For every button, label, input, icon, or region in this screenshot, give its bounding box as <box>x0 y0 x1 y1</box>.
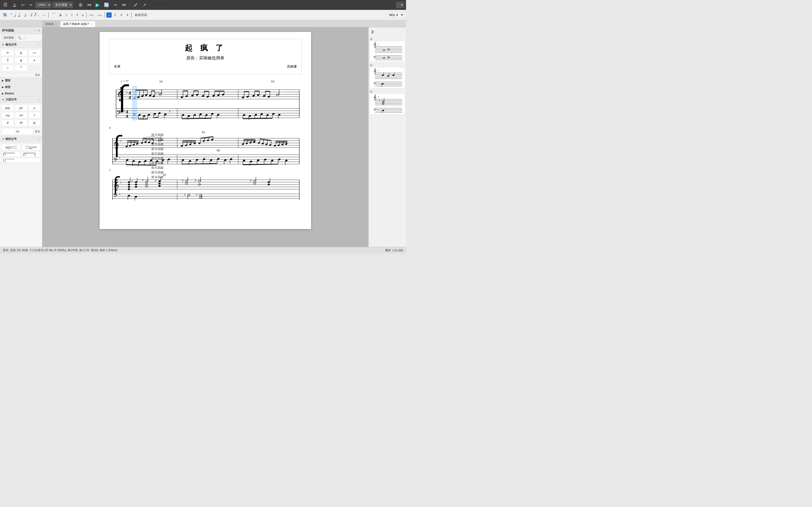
half-note-button[interactable]: 𝅗𝅥 <box>13 11 15 19</box>
mini-score-19[interactable]: 𝄞 ♭ 𝄢 ♭ <box>369 67 405 88</box>
articulation-more[interactable]: ··· <box>38 44 40 46</box>
32nd-note-button[interactable]: 𝅘𝅥𝅰 <box>33 11 36 18</box>
natural-button[interactable]: ♮ <box>70 12 74 18</box>
articulation-more-btn[interactable]: 更多 <box>35 73 40 77</box>
marcato-soft-symbol[interactable]: ∧ <box>28 57 41 64</box>
voice-2-button[interactable]: 2 <box>112 12 118 17</box>
svg-point-93 <box>267 96 270 98</box>
unstress-symbol[interactable]: ° <box>15 64 27 71</box>
svg-point-333 <box>185 182 188 184</box>
tab-close-unnamed[interactable]: × <box>55 23 57 25</box>
dynamics-section-header[interactable]: ▼ 力度记号 ··· <box>0 97 42 103</box>
crescendo-line[interactable]: cresc.... <box>1 144 21 151</box>
edit-mode-button[interactable] <box>132 2 139 8</box>
sixteenth-note-button[interactable]: 𝅘𝅥𝅯 <box>29 11 32 18</box>
svg-text:2.: 2. <box>25 153 27 156</box>
tab-unnamed[interactable]: 未命名 × <box>42 21 60 27</box>
upload-button[interactable] <box>11 2 18 8</box>
view-mode-select[interactable]: 多页视图 <box>53 2 73 8</box>
mdl-select[interactable]: MDL ▾ <box>386 12 404 17</box>
lines-more[interactable]: ··· <box>38 138 40 140</box>
zoom-select[interactable]: 100% <box>35 2 51 8</box>
tenuto-accent-symbol[interactable]: ≥ <box>15 50 27 56</box>
voice-3-button[interactable]: 3 <box>119 12 124 17</box>
loop-button[interactable]: 🔄 <box>102 1 110 8</box>
voice-4-button[interactable]: 4 <box>125 12 130 17</box>
tremolo-section-header[interactable]: ▶ 震音 <box>0 77 42 84</box>
lines-section-header[interactable]: ▼ 线性记号 ··· <box>0 136 42 143</box>
tab-close-score[interactable]: × <box>91 23 92 25</box>
layout-mode-select[interactable]: MDL <box>396 2 404 8</box>
double-sharp-button[interactable]: 𝄪 <box>81 12 85 18</box>
pitch-standard-label: 标准音高 <box>154 3 166 7</box>
redo-button[interactable]: ↪ <box>28 1 34 8</box>
sharp-button[interactable]: ♯ <box>75 12 80 18</box>
mini-score-22[interactable]: 𝄞 ♯ ♯ 𝄢 ♭ <box>369 94 405 115</box>
volta-1[interactable]: 1. <box>1 151 21 157</box>
dot-button[interactable]: · <box>37 11 41 18</box>
dynamics-more[interactable]: ··· <box>38 98 40 101</box>
mf-dynamic[interactable]: mf <box>15 112 27 119</box>
accent-symbol[interactable]: > <box>1 50 14 56</box>
svg-point-102 <box>143 115 145 117</box>
stress-symbol[interactable]: ⌣ <box>1 64 14 71</box>
svg-point-308 <box>128 183 130 185</box>
quarter-note-button[interactable]: ♩ <box>16 11 21 19</box>
beams-arrow: ▶ <box>2 92 4 95</box>
double-dot-button[interactable]: ·· <box>42 11 47 18</box>
search-icon[interactable]: 🔍 <box>17 36 22 40</box>
ff-dynamic[interactable]: ff <box>1 119 14 126</box>
music-system-1[interactable]: ♩ = 77 full full <box>109 78 302 125</box>
tie-slur-button[interactable]: ⌒ <box>50 11 57 19</box>
panel-close-button[interactable]: × <box>37 28 40 33</box>
music-system-2[interactable]: full <box>109 130 302 168</box>
tenuto-symbol[interactable]: — <box>28 50 41 56</box>
mini-score-16[interactable]: 𝄞 ♭ 𝄢 ♭ <box>369 41 405 62</box>
sfz-dynamic[interactable]: sfz <box>2 128 33 135</box>
more-options-icon[interactable]: ··· <box>23 36 27 40</box>
skip-button[interactable]: ⏭ <box>121 1 128 8</box>
svg-point-189 <box>162 139 163 140</box>
decrescendo-line[interactable]: dim.... <box>21 144 41 151</box>
whole-rest-button[interactable]: 𝄻 <box>9 11 12 18</box>
double-flat-button[interactable]: 𝄫 <box>58 12 63 18</box>
flat-button[interactable]: ♭ <box>64 12 69 18</box>
beams-section-header[interactable]: ▶ Beams <box>0 91 42 97</box>
dynamics-more-btn[interactable]: 更多 <box>35 130 40 133</box>
undo-button[interactable]: ↩ <box>20 1 26 8</box>
tab-score[interactable]: 起风了的副本-起疯了 × <box>60 21 95 27</box>
svg-point-281 <box>271 159 273 162</box>
panel-minimize-button[interactable]: − <box>34 28 37 33</box>
note-style-button[interactable]: N <box>2 11 8 18</box>
mini-panel-title: 2 <box>369 29 405 36</box>
score-area[interactable]: 起 疯 了 原告：买辣椒也用券 米果 高橋優 ♩ = 77 full full <box>42 27 368 247</box>
grace-left-button[interactable]: 𝆒 <box>88 12 95 18</box>
fp-dynamic[interactable]: fp <box>28 119 41 126</box>
circle-button[interactable] <box>77 2 84 8</box>
staccatissimo-symbol[interactable]: ⊤ <box>1 57 14 64</box>
pen-button[interactable] <box>141 2 148 8</box>
eighth-note-button[interactable]: ♪ <box>22 11 28 19</box>
metronome-button[interactable] <box>112 2 119 8</box>
rewind-button[interactable]: ⏮ <box>86 1 93 8</box>
p-dynamic[interactable]: p <box>28 105 41 111</box>
fff-dynamic[interactable]: fff <box>15 119 27 126</box>
grace-right-button[interactable]: 𝆓 <box>96 12 103 18</box>
svg-text:♩ = 77: ♩ = 77 <box>121 79 129 83</box>
ppp-dynamic[interactable]: ppp <box>1 105 14 111</box>
volta-2[interactable]: 2. <box>21 151 41 157</box>
svg-point-336 <box>198 180 201 182</box>
voice-1-button[interactable]: 1 <box>106 12 112 17</box>
add-panel-button[interactable]: 添加面板 <box>1 35 16 40</box>
mp-dynamic[interactable]: mp <box>1 112 14 119</box>
svg-point-119 <box>193 114 196 116</box>
marcato-symbol[interactable]: ∧ <box>15 57 27 64</box>
articulation-section-header[interactable]: ▼ 奏法记号 ··· <box>0 42 42 48</box>
pp-dynamic[interactable]: pp <box>15 105 27 111</box>
volta-2-alt[interactable]: 2. <box>1 158 41 163</box>
play-button[interactable]: ▶ <box>94 1 101 9</box>
grace-section-header[interactable]: ▶ 倚音 <box>0 84 42 91</box>
new-file-button[interactable] <box>2 2 9 8</box>
f-dynamic[interactable]: f <box>28 112 41 119</box>
music-system-3[interactable]: full <box>109 173 302 201</box>
